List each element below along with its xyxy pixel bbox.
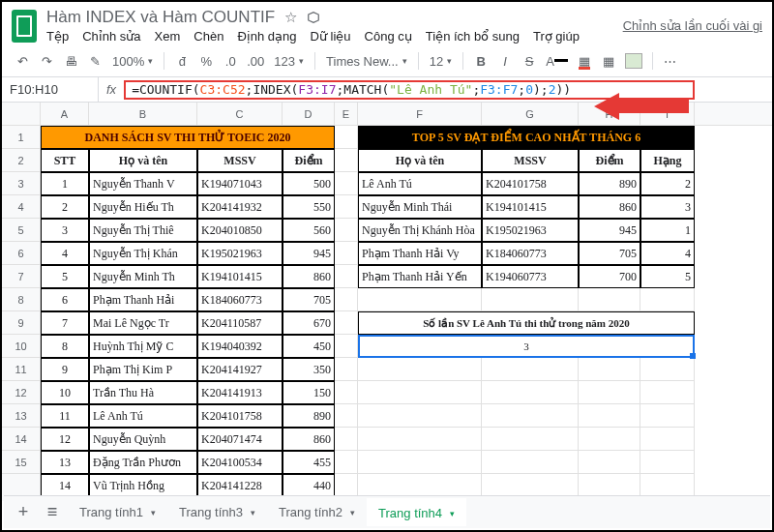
cell[interactable]: Nguyễn Thị Khánh Hòa [358,219,482,242]
menu-Tiện ích bổ sung[interactable]: Tiện ích bổ sung [426,29,520,44]
cell[interactable]: Trần Thu Hà [89,381,197,404]
cell[interactable] [482,451,579,474]
cell[interactable]: Nguyễn Quỳnh [89,428,197,451]
cell[interactable] [335,451,358,474]
cell[interactable]: Số lần SV Lê Anh Tú thi thử trong năm 20… [358,311,695,335]
cell[interactable]: K184060773 [482,242,579,265]
cell[interactable] [335,242,358,265]
col-header-C[interactable]: C [197,103,283,125]
cell[interactable]: 3 [41,219,89,242]
cell[interactable]: K204101758 [197,404,283,428]
cell[interactable]: Mai Lê Ngọc Tr [89,311,197,335]
cell[interactable]: Họ và tên [89,149,197,172]
cell[interactable]: TOP 5 SV ĐẠT ĐIỂM CAO NHẤT THÁNG 6 [358,126,695,149]
cell[interactable] [335,404,358,428]
cell[interactable] [335,358,358,381]
cell[interactable] [640,451,695,474]
cell[interactable]: 2 [640,172,695,195]
cell[interactable]: 2 [41,195,89,219]
cell[interactable] [335,126,358,149]
cell[interactable]: K204010850 [197,219,283,242]
dec-more-button[interactable]: .00 [244,49,267,73]
cell[interactable] [335,288,358,311]
cell[interactable]: Phạm Thanh Hải Vy [358,242,482,265]
cell[interactable] [358,451,482,474]
cell[interactable]: Họ và tên [358,149,482,172]
cell[interactable]: 12 [41,428,89,451]
dec-less-button[interactable]: .0 [220,49,241,73]
menu-Chèn[interactable]: Chèn [194,29,223,44]
last-edit[interactable]: Chỉnh sửa lần cuối vài gi [623,18,762,33]
cell[interactable]: 3 [640,195,695,219]
cell[interactable]: 1 [640,219,695,242]
cell[interactable]: K204141932 [197,195,283,219]
menu-Tệp[interactable]: Tệp [46,29,69,44]
cell[interactable]: 6 [41,288,89,311]
redo-button[interactable]: ↷ [36,49,57,73]
cell[interactable]: 4 [640,242,695,265]
star-icon[interactable]: ☆ [284,9,297,26]
cell[interactable] [640,381,695,404]
cell[interactable]: 3 [358,335,695,358]
cell[interactable]: 945 [283,242,335,265]
sheet-tab[interactable]: Trang tính3 [167,498,267,526]
paint-button[interactable]: ✎ [84,49,105,73]
cell[interactable]: Nguyễn Thị Thiê [89,219,197,242]
cell[interactable]: DANH SÁCH SV THI THỬ TOEIC 2020 [41,126,335,149]
col-header-G[interactable]: G [482,103,579,125]
cell[interactable] [358,428,482,451]
row-header-13[interactable]: 13 [2,404,40,428]
cell[interactable]: 890 [579,172,640,195]
cell[interactable]: 700 [579,265,640,288]
col-header-D[interactable]: D [283,103,335,125]
add-sheet-button[interactable]: + [10,499,37,526]
sheets-logo[interactable] [12,10,37,43]
cell[interactable]: 10 [41,381,89,404]
cell[interactable] [358,474,482,497]
move-icon[interactable] [307,11,320,24]
cell[interactable]: K204141228 [197,474,283,497]
cell[interactable] [640,404,695,428]
sheet-tab[interactable]: Trang tính4 [367,498,466,526]
cell[interactable]: Phạm Thị Kim P [89,358,197,381]
cell[interactable]: 860 [579,195,640,219]
row-header-6[interactable]: 6 [2,242,40,265]
cell[interactable] [335,149,358,172]
cell[interactable]: Lê Anh Tú [89,404,197,428]
row-header-5[interactable]: 5 [2,219,40,242]
font-select[interactable]: Times New... [322,54,411,69]
row-header-2[interactable]: 2 [2,149,40,172]
fontsize-select[interactable]: 12 [426,54,456,69]
cell[interactable] [482,288,579,311]
cell[interactable]: K204100534 [197,451,283,474]
cell[interactable]: 705 [283,288,335,311]
menu-Trợ giúp[interactable]: Trợ giúp [533,29,580,44]
italic-button[interactable]: I [494,49,516,73]
cell[interactable]: Đặng Trần Phươn [89,451,197,474]
menu-Công cụ[interactable]: Công cụ [365,29,412,44]
cell[interactable] [482,474,579,497]
cell[interactable]: K194060773 [482,265,579,288]
menu-Xem[interactable]: Xem [155,29,181,44]
row-header-9[interactable]: 9 [2,311,40,335]
cell[interactable] [482,404,579,428]
cell[interactable]: 4 [41,242,89,265]
zoom-select[interactable]: 100% [108,54,157,69]
cell[interactable]: K194040392 [197,335,283,358]
cell[interactable]: K184060773 [197,288,283,311]
cell[interactable] [335,381,358,404]
cell[interactable] [335,265,358,288]
currency-button[interactable]: đ [171,49,193,73]
cell[interactable]: MSSV [482,149,579,172]
cell[interactable] [640,474,695,497]
cell[interactable]: 455 [283,451,335,474]
name-box[interactable]: F10:H10 [2,77,99,102]
cell[interactable] [640,428,695,451]
cell[interactable]: Hạng [640,149,695,172]
row-header-7[interactable]: 7 [2,265,40,288]
all-sheets-button[interactable]: ≡ [39,499,66,526]
cell[interactable]: 13 [41,451,89,474]
cell[interactable]: Nguyễn Thanh V [89,172,197,195]
cell[interactable]: 5 [640,265,695,288]
borders-button[interactable]: ▦ [598,49,619,73]
